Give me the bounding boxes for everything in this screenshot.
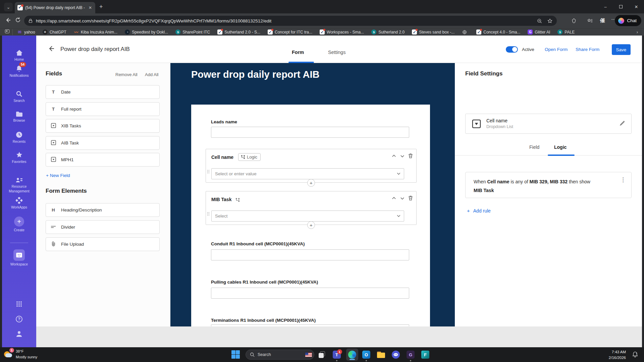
- browser-tab[interactable]: ✓ (54) Power drop daily report AIB - ✕: [15, 2, 95, 13]
- field-item-xib-tasks[interactable]: XIB Tasks: [46, 119, 160, 133]
- tab-logic[interactable]: Logic: [554, 144, 567, 150]
- field-item-aib-task[interactable]: AIB Task: [46, 136, 160, 150]
- bookmarks-overflow-icon[interactable]: ›: [637, 29, 641, 35]
- new-tab-button[interactable]: +: [99, 3, 103, 10]
- bookmark-speedtest[interactable]: ◔Speedtest by Ookl...: [122, 29, 171, 35]
- tab-settings[interactable]: Settings: [328, 50, 345, 55]
- cell-name-select[interactable]: Select or enter value: [211, 168, 404, 179]
- tab-form[interactable]: Form: [292, 50, 304, 55]
- outlook-app-icon[interactable]: O: [362, 350, 371, 359]
- notification-bell-icon[interactable]: z: [632, 351, 638, 359]
- browser-essentials-icon[interactable]: [571, 18, 577, 25]
- forms-app-icon[interactable]: F: [421, 350, 430, 359]
- bookmark-pale[interactable]: sPALE: [554, 29, 578, 35]
- trash-icon[interactable]: [408, 153, 413, 159]
- bookmark-chatgpt[interactable]: ✳ChatGPT: [40, 29, 69, 35]
- sidebar-item-notifications[interactable]: 54 Notifications: [2, 65, 36, 78]
- rule-menu-icon[interactable]: ⋮: [620, 176, 626, 183]
- back-arrow-icon[interactable]: [48, 45, 55, 54]
- kanji-extension-icon[interactable]: 催: [600, 17, 605, 24]
- leads-name-input[interactable]: [211, 127, 409, 138]
- add-rule-link[interactable]: + Add rule: [467, 208, 491, 214]
- bookmark-sharepoint-itc[interactable]: sSharePoint ITC: [172, 29, 213, 35]
- start-button[interactable]: [231, 350, 240, 359]
- sidebar-account[interactable]: [2, 330, 36, 337]
- bookmark-steves-sandbox[interactable]: ✓Steves sand box -...: [409, 29, 458, 35]
- taskbar-search[interactable]: Search: [246, 350, 314, 360]
- bookmark-sutherland-2-s[interactable]: ✓Sutherland 2.0 - S...: [214, 29, 263, 35]
- active-toggle[interactable]: [506, 46, 518, 53]
- sidebar-apps-grid[interactable]: [2, 301, 36, 307]
- move-down-icon[interactable]: [400, 154, 405, 159]
- zoom-page-icon[interactable]: [537, 18, 542, 24]
- move-up-icon[interactable]: [391, 196, 396, 201]
- task-view-button[interactable]: [317, 350, 327, 359]
- teams-app-icon[interactable]: T 1: [332, 350, 341, 359]
- bookmark-kiba[interactable]: 〰Kiba Inuzuka Anim...: [71, 29, 120, 35]
- discord-app-icon[interactable]: [391, 350, 400, 359]
- maximize-button[interactable]: [613, 0, 629, 13]
- bookmark-glitter-ai[interactable]: GGlitter AI: [525, 29, 553, 35]
- sidebar-item-favorites[interactable]: Favorites: [2, 152, 36, 164]
- add-field-between-button[interactable]: +: [307, 179, 315, 187]
- sidebar-item-home[interactable]: Home: [2, 50, 36, 62]
- element-divider[interactable]: Divider: [46, 220, 160, 234]
- field-item-date[interactable]: T Date: [46, 85, 160, 99]
- remove-all-link[interactable]: Remove All: [115, 72, 138, 77]
- share-form-link[interactable]: Share Form: [576, 47, 599, 52]
- open-form-link[interactable]: Open Form: [545, 47, 568, 52]
- field-item-mph1[interactable]: MPH1: [46, 153, 160, 167]
- tab-close-icon[interactable]: ✕: [88, 5, 93, 10]
- move-down-icon[interactable]: [400, 196, 405, 201]
- cell-name-block[interactable]: Cell name Logic Select or enter va: [206, 149, 417, 183]
- move-up-icon[interactable]: [391, 154, 396, 159]
- drag-handle[interactable]: [207, 170, 210, 174]
- mib-task-block[interactable]: MIB Task Select: [206, 191, 417, 225]
- sidebar-item-workapps[interactable]: WorkApps: [2, 197, 36, 210]
- sidebar-item-resource-management[interactable]: Resource Management: [2, 178, 36, 193]
- close-button[interactable]: ✕: [629, 0, 644, 13]
- bookmark-concept-4[interactable]: ✓Concept 4.0 - Sma...: [473, 29, 523, 35]
- element-heading-description[interactable]: H Heading/Description: [46, 203, 160, 217]
- trash-icon[interactable]: [408, 195, 413, 201]
- tab-field[interactable]: Field: [529, 144, 539, 150]
- collections-icon[interactable]: [587, 18, 593, 25]
- back-icon[interactable]: [5, 17, 11, 25]
- bookmark-star-icon[interactable]: [547, 18, 553, 24]
- taskbar-weather[interactable]: 1 38°F Mostly sunny: [3, 349, 37, 360]
- bookmark-globe[interactable]: [459, 29, 472, 35]
- file-explorer-icon[interactable]: [376, 350, 386, 359]
- save-button[interactable]: Save: [612, 44, 631, 55]
- sidebar-apps-icon[interactable]: [5, 29, 10, 35]
- refresh-icon[interactable]: [15, 17, 21, 24]
- copilot-chat-button[interactable]: Chat: [615, 15, 641, 26]
- g-app-icon[interactable]: G: [406, 350, 415, 359]
- mib-task-select[interactable]: Select: [211, 210, 404, 222]
- sidebar-item-search[interactable]: Search: [2, 90, 36, 103]
- sidebar-item-browse[interactable]: Browse: [2, 111, 36, 123]
- tab-search-button[interactable]: ⌄: [4, 3, 13, 11]
- sidebar-item-recents[interactable]: Recents: [2, 131, 36, 144]
- conduit-input[interactable]: [211, 249, 409, 260]
- logic-rule-card[interactable]: When Cell name is any of MIB 329, MIB 33…: [465, 172, 632, 198]
- bookmark-workspaces[interactable]: ✓Workspaces - Sma...: [317, 29, 367, 35]
- new-field-link[interactable]: + New Field: [46, 173, 70, 178]
- logic-chip[interactable]: Logic: [238, 153, 261, 161]
- edit-pencil-icon[interactable]: [619, 120, 625, 128]
- drag-handle[interactable]: [207, 212, 210, 216]
- bookmark-yahoo[interactable]: ✉yahoo: [14, 29, 38, 35]
- add-field-between-button[interactable]: +: [307, 221, 315, 229]
- sidebar-item-create[interactable]: + Create: [2, 217, 36, 233]
- add-all-link[interactable]: Add All: [145, 72, 158, 77]
- bookmark-concept-itc[interactable]: ✓Concept for ITC tra...: [265, 29, 315, 35]
- edge-app-icon[interactable]: [346, 349, 358, 361]
- bookmark-sutherland-2[interactable]: sSutherland 2.0: [368, 29, 408, 35]
- field-item-full-report[interactable]: T Full report: [46, 102, 160, 116]
- element-file-upload[interactable]: File Upload: [46, 237, 160, 251]
- url-bar[interactable]: https://app.smartsheet.com/sheets/qFR2pG…: [24, 16, 557, 26]
- minimize-button[interactable]: –: [598, 0, 613, 13]
- sidebar-item-workspace[interactable]: Workspace: [2, 249, 36, 267]
- pulling-cables-input[interactable]: [211, 288, 409, 299]
- taskbar-clock[interactable]: 7:43 AM 2/16/2026: [609, 349, 626, 360]
- sidebar-help[interactable]: ?: [2, 316, 36, 322]
